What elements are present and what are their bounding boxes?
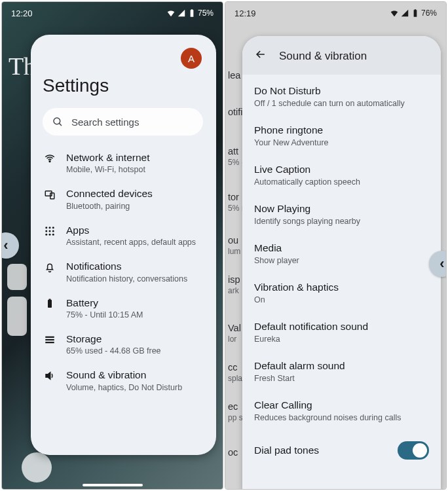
svg-line-1 (59, 123, 62, 126)
chevron-left-icon: ‹ (3, 238, 8, 253)
setting-clear-calling[interactable]: Clear CallingReduces background noises d… (254, 391, 429, 431)
profile-avatar[interactable]: A (181, 48, 202, 69)
devices-icon (44, 189, 56, 203)
item-title: Vibration & haptics (254, 282, 429, 293)
item-title: Battery (66, 297, 143, 309)
wifi-icon (390, 9, 399, 18)
svg-point-9 (49, 230, 51, 232)
peek-row: ecpp s (225, 401, 244, 422)
setting-dnd[interactable]: Do Not DisturbOff / 1 schedule can turn … (254, 77, 429, 117)
status-icons: 75% (166, 9, 214, 18)
item-subtitle: Volume, haptics, Do Not Disturb (66, 383, 182, 392)
svg-rect-16 (45, 336, 54, 338)
item-title: Phone ringtone (254, 124, 429, 136)
item-subtitle: On (254, 295, 429, 304)
svg-point-11 (45, 234, 47, 236)
peek-row: oulum (225, 235, 244, 256)
sound-settings-panel: Sound & vibration Do Not DisturbOff / 1 … (242, 36, 441, 489)
signal-icon (177, 9, 186, 18)
settings-list: Network & internetMobile, Wi-Fi, hotspot… (43, 145, 210, 399)
item-subtitle: Mobile, Wi-Fi, hotspot (66, 165, 150, 174)
svg-point-0 (54, 118, 60, 124)
toggle-switch[interactable] (398, 441, 429, 460)
item-subtitle: Notification history, conversations (66, 274, 187, 283)
volume-icon (44, 370, 56, 384)
item-subtitle: Your New Adventure (254, 138, 429, 147)
panel-header: Sound & vibration (242, 36, 441, 75)
search-icon (52, 116, 64, 128)
sound-settings-list: Do Not DisturbOff / 1 schedule can turn … (242, 75, 441, 466)
item-title: Live Caption (254, 164, 429, 175)
svg-point-13 (52, 234, 54, 236)
dock-app[interactable] (22, 452, 52, 482)
svg-rect-18 (45, 342, 54, 343)
item-title: Storage (66, 333, 161, 345)
settings-item-network[interactable]: Network & internetMobile, Wi-Fi, hotspot (43, 145, 210, 181)
search-placeholder: Search settings (71, 117, 139, 128)
item-title: Do Not Disturb (254, 85, 429, 97)
wifi-icon (166, 9, 176, 18)
battery-percent: 76% (421, 9, 437, 18)
svg-point-8 (45, 230, 47, 232)
battery-icon (411, 9, 420, 18)
setting-media[interactable]: MediaShow player (254, 234, 429, 274)
settings-item-apps[interactable]: AppsAssistant, recent apps, default apps (43, 217, 210, 253)
peek-row: ispark (225, 274, 244, 295)
peek-row: lea (225, 70, 244, 81)
battery-icon (44, 298, 56, 312)
item-title: Notifications (66, 260, 187, 272)
chevron-left-icon: ‹ (439, 257, 444, 271)
setting-now-playing[interactable]: Now PlayingIdentify songs playing nearby (254, 195, 429, 234)
peek-row: otifi (225, 107, 244, 117)
svg-rect-17 (45, 339, 54, 340)
settings-item-battery[interactable]: Battery75% - Until 10:15 AM (43, 290, 210, 326)
svg-point-2 (49, 161, 50, 162)
panel-title: Sound & vibration (279, 50, 367, 63)
setting-dial-pad-tones[interactable]: Dial pad tones (254, 431, 429, 466)
wifi-icon (44, 153, 56, 167)
setting-vibration[interactable]: Vibration & hapticsOn (254, 274, 429, 313)
item-title: Dial pad tones (254, 445, 319, 456)
item-subtitle: Show player (254, 256, 429, 265)
setting-alarm-sound[interactable]: Default alarm soundFresh Start (254, 352, 429, 391)
setting-notification-sound[interactable]: Default notification soundEureka (254, 313, 429, 352)
battery-percent: 75% (198, 9, 214, 18)
settings-item-devices[interactable]: Connected devicesBluetooth, pairing (43, 181, 210, 217)
clock: 12:19 (234, 9, 256, 18)
background-widget (7, 264, 27, 290)
battery-icon (187, 9, 196, 18)
svg-point-5 (45, 227, 47, 228)
status-icons: 76% (390, 9, 437, 18)
peek-row: tor5% ı (225, 192, 244, 213)
peek-row: oc (225, 447, 244, 458)
settings-item-storage[interactable]: Storage65% used - 44.68 GB free (43, 326, 210, 362)
item-title: Clear Calling (254, 399, 429, 411)
svg-point-10 (52, 230, 54, 232)
back-button[interactable] (254, 48, 267, 64)
peek-row: ccspla (225, 362, 244, 383)
item-subtitle: 65% used - 44.68 GB free (66, 346, 161, 355)
signal-icon (400, 9, 409, 18)
item-subtitle: Assistant, recent apps, default apps (66, 238, 196, 247)
item-subtitle: Automatically caption speech (254, 177, 429, 187)
setting-live-caption[interactable]: Live CaptionAutomatically caption speech (254, 156, 429, 195)
home-indicator[interactable] (83, 484, 143, 486)
item-subtitle: Fresh Start (254, 374, 429, 383)
item-subtitle: Off / 1 schedule can turn on automatical… (254, 99, 429, 108)
item-subtitle: 75% - Until 10:15 AM (66, 310, 143, 319)
status-bar: 12:19 76% (225, 2, 446, 24)
svg-point-12 (49, 234, 51, 236)
settings-item-sound[interactable]: Sound & vibrationVolume, haptics, Do Not… (43, 362, 210, 398)
item-subtitle: Reduces background noises during calls (254, 413, 429, 422)
background-widget (7, 297, 27, 336)
clock: 12:20 (11, 9, 33, 18)
item-subtitle: Identify songs playing nearby (254, 217, 429, 226)
item-title: Media (254, 242, 429, 254)
settings-item-notifications[interactable]: NotificationsNotification history, conve… (43, 253, 210, 289)
search-input[interactable]: Search settings (43, 108, 203, 136)
settings-panel: A Settings Search settings Network & int… (31, 35, 216, 455)
setting-ringtone[interactable]: Phone ringtoneYour New Adventure (254, 117, 429, 156)
peek-row: att5% · (225, 146, 244, 167)
item-title: Now Playing (254, 203, 429, 215)
item-title: Default alarm sound (254, 360, 429, 372)
